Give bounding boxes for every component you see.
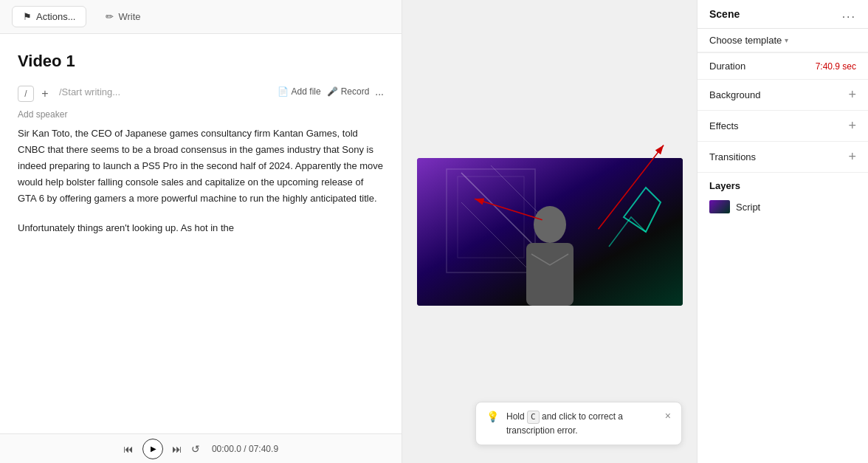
add-speaker-label[interactable]: Add speaker [18, 109, 384, 120]
time-separator: / [244, 444, 246, 454]
current-time: 00:00.0 [212, 444, 241, 454]
next-icon: ⏭ [172, 443, 182, 455]
record-label: Record [341, 86, 370, 97]
background-row[interactable]: Background + [698, 80, 868, 110]
actions-label: Actions... [36, 11, 75, 22]
refresh-button[interactable]: ↺ [191, 443, 200, 455]
add-file-label: Add file [292, 86, 321, 97]
script-layer-name: Script [736, 202, 760, 213]
effects-label: Effects [709, 120, 739, 131]
tooltip-text-before: Hold [506, 411, 525, 422]
article-paragraph-2: Unfortunately things aren't looking up. … [18, 220, 384, 236]
scene-more-button[interactable]: ... [375, 86, 384, 97]
write-button[interactable]: ✏ Write [95, 7, 151, 27]
duration-row: Duration 7:40.9 sec [698, 53, 868, 79]
plus-icon: + [41, 87, 48, 100]
scene-menu-button[interactable]: ... [842, 7, 856, 21]
duration-value: 7:40.9 sec [816, 61, 856, 72]
play-button[interactable]: ▶ [142, 439, 163, 459]
background-label: Background [709, 89, 760, 100]
record-button[interactable]: 🎤 Record [327, 86, 370, 97]
chevron-down-icon: ▾ [785, 36, 788, 44]
write-placeholder[interactable]: /Start writing... [59, 86, 120, 97]
total-time: 07:40.9 [249, 444, 278, 454]
tooltip-box: 💡 Hold C and click to correct a transcri… [475, 402, 682, 446]
transitions-plus-icon: + [848, 149, 856, 165]
layer-thumbnail [709, 200, 730, 213]
duration-label: Duration [709, 61, 745, 72]
effects-row[interactable]: Effects + [698, 111, 868, 141]
tooltip-text: Hold C and click to correct a transcript… [506, 410, 655, 438]
background-plus-icon: + [848, 87, 856, 103]
svg-point-6 [534, 206, 566, 243]
prev-icon: ⏮ [123, 443, 134, 455]
script-layer-item[interactable]: Script [709, 197, 856, 216]
add-file-icon: 📄 [278, 86, 289, 97]
svg-rect-7 [526, 243, 574, 306]
skip-forward-button[interactable]: ⏭ [172, 443, 182, 455]
play-icon: ▶ [151, 445, 156, 453]
skip-back-button[interactable]: ⏮ [123, 443, 134, 455]
write-icon: ✏ [106, 11, 114, 22]
actions-icon: ⚑ [23, 11, 32, 22]
tooltip-key: C [527, 411, 540, 425]
layers-label: Layers [709, 180, 856, 191]
scene-label: Scene [709, 8, 740, 20]
add-file-button[interactable]: 📄 Add file [278, 86, 321, 97]
choose-template-row[interactable]: Choose template ▾ [698, 29, 868, 52]
tooltip-icon: 💡 [486, 411, 499, 422]
article-paragraph-1: Sir Kan Toto, the CEO of Japanese games … [18, 126, 384, 207]
tooltip-close-button[interactable]: × [665, 410, 671, 422]
slash-button[interactable]: / [18, 86, 34, 102]
effects-plus-icon: + [848, 118, 856, 134]
video-title: Video 1 [18, 52, 384, 71]
write-label: Write [118, 11, 140, 22]
transitions-label: Transitions [709, 151, 756, 162]
choose-template-label: Choose template [709, 35, 782, 46]
video-preview [417, 158, 683, 306]
actions-button[interactable]: ⚑ Actions... [12, 6, 86, 27]
slash-label: / [24, 89, 27, 99]
more-dots-icon: ... [375, 86, 384, 97]
refresh-icon: ↺ [191, 443, 200, 455]
transitions-row[interactable]: Transitions + [698, 142, 868, 172]
plus-button[interactable]: + [37, 86, 53, 102]
mic-icon: 🎤 [327, 86, 338, 97]
